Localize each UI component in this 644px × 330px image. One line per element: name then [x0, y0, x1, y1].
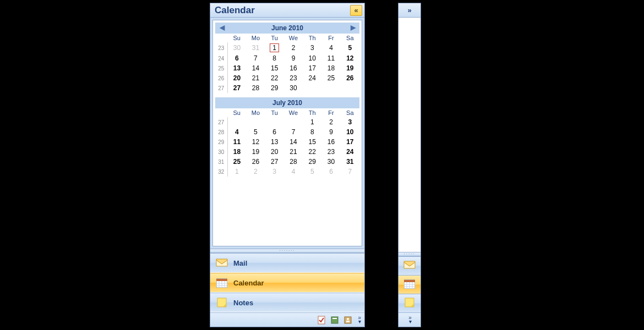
day-cell[interactable]: 16: [284, 63, 303, 73]
chevron-double-right-icon: »: [407, 6, 411, 14]
day-cell[interactable]: 5: [246, 127, 265, 137]
day-cell[interactable]: 3: [341, 117, 359, 127]
tasks-icon[interactable]: [317, 315, 327, 325]
day-cell[interactable]: 4: [321, 42, 340, 53]
day-cell[interactable]: 27: [265, 157, 284, 167]
mini-nav-item-mail[interactable]: [399, 256, 421, 275]
day-cell[interactable]: 7: [246, 53, 265, 63]
configure-buttons-icon-collapsed[interactable]: »▾: [407, 316, 412, 323]
nav-item-notes[interactable]: Notes: [210, 293, 364, 312]
day-cell[interactable]: 26: [341, 73, 359, 83]
day-cell[interactable]: 8: [265, 53, 284, 63]
day-cell[interactable]: 25: [227, 157, 246, 167]
day-cell[interactable]: 8: [303, 127, 321, 137]
calendar-icon: [216, 278, 228, 288]
day-cell[interactable]: 2: [246, 167, 265, 177]
chevron-double-left-icon: «: [354, 6, 358, 14]
day-cell[interactable]: 17: [303, 63, 321, 73]
day-cell[interactable]: 13: [265, 137, 284, 147]
day-cell[interactable]: 19: [341, 63, 359, 73]
day-header: Fr: [321, 108, 340, 117]
day-cell: [341, 83, 359, 93]
day-cell[interactable]: 30: [284, 83, 303, 93]
day-cell[interactable]: 15: [265, 63, 284, 73]
day-cell[interactable]: 14: [284, 137, 303, 147]
day-cell[interactable]: 1: [227, 167, 246, 177]
journal-icon[interactable]: [330, 315, 340, 325]
day-cell[interactable]: 9: [284, 53, 303, 63]
day-cell[interactable]: 24: [303, 73, 321, 83]
day-cell[interactable]: 19: [246, 147, 265, 157]
day-cell[interactable]: 21: [284, 147, 303, 157]
day-cell[interactable]: 25: [321, 73, 340, 83]
day-cell[interactable]: 6: [227, 53, 246, 63]
day-cell[interactable]: 2: [321, 117, 340, 127]
day-cell[interactable]: 20: [265, 147, 284, 157]
day-cell[interactable]: 24: [341, 147, 359, 157]
day-cell[interactable]: 22: [303, 147, 321, 157]
configure-buttons-icon[interactable]: »▾: [357, 316, 361, 323]
day-cell[interactable]: 29: [303, 157, 321, 167]
day-cell[interactable]: 12: [341, 53, 359, 63]
day-cell[interactable]: 18: [227, 147, 246, 157]
contacts-icon[interactable]: [343, 315, 353, 325]
svg-rect-13: [346, 321, 350, 322]
day-cell[interactable]: 17: [341, 137, 359, 147]
day-cell[interactable]: 22: [265, 73, 284, 83]
day-cell[interactable]: 23: [321, 147, 340, 157]
day-cell[interactable]: 31: [246, 42, 265, 53]
day-header: Tu: [265, 108, 284, 117]
day-cell[interactable]: 9: [321, 127, 340, 137]
day-cell[interactable]: 30: [321, 157, 340, 167]
mini-nav-item-notes[interactable]: [399, 294, 421, 312]
day-cell[interactable]: 6: [265, 127, 284, 137]
day-cell[interactable]: 3: [303, 42, 321, 53]
expand-button[interactable]: »: [399, 3, 421, 18]
day-cell[interactable]: 13: [227, 63, 246, 73]
day-cell[interactable]: 3: [265, 167, 284, 177]
day-cell[interactable]: 29: [265, 83, 284, 93]
day-cell[interactable]: 7: [341, 167, 359, 177]
day-cell[interactable]: 31: [341, 157, 359, 167]
day-cell[interactable]: 20: [227, 73, 246, 83]
notes-icon: [405, 298, 414, 309]
day-cell[interactable]: 4: [284, 167, 303, 177]
day-cell[interactable]: 7: [284, 127, 303, 137]
prev-month-button[interactable]: ◀: [217, 24, 226, 31]
day-cell[interactable]: 23: [284, 73, 303, 83]
day-cell[interactable]: 6: [321, 167, 340, 177]
week-number: 23: [215, 42, 227, 53]
splitter-handle-collapsed[interactable]: ·····: [399, 252, 421, 256]
day-cell[interactable]: 26: [246, 157, 265, 167]
day-cell[interactable]: 16: [321, 137, 340, 147]
day-cell[interactable]: 28: [246, 83, 265, 93]
day-cell[interactable]: 11: [321, 53, 340, 63]
splitter-handle[interactable]: ·······: [210, 249, 364, 253]
next-month-button[interactable]: ▶: [348, 24, 357, 31]
day-cell[interactable]: 5: [341, 42, 359, 53]
day-cell[interactable]: 21: [246, 73, 265, 83]
svg-rect-1: [216, 279, 227, 281]
mini-nav-item-calendar[interactable]: [399, 275, 421, 294]
day-cell[interactable]: 27: [227, 83, 246, 93]
day-cell: [284, 117, 303, 127]
day-cell[interactable]: 1: [303, 117, 321, 127]
day-cell[interactable]: 4: [227, 127, 246, 137]
day-cell[interactable]: 18: [321, 63, 340, 73]
collapse-button[interactable]: «: [350, 5, 362, 16]
nav-item-calendar[interactable]: Calendar: [210, 273, 364, 293]
day-header: Su: [227, 108, 246, 117]
day-cell[interactable]: 5: [303, 167, 321, 177]
day-cell[interactable]: 2: [284, 42, 303, 53]
day-cell[interactable]: 12: [246, 137, 265, 147]
day-cell[interactable]: 10: [303, 53, 321, 63]
day-cell[interactable]: 10: [341, 127, 359, 137]
day-cell[interactable]: 15: [303, 137, 321, 147]
day-cell[interactable]: 30: [227, 42, 246, 53]
day-cell[interactable]: 1: [265, 42, 284, 53]
nav-item-mail[interactable]: Mail: [210, 253, 364, 273]
notes-icon: [216, 298, 228, 307]
day-cell[interactable]: 11: [227, 137, 246, 147]
day-cell[interactable]: 14: [246, 63, 265, 73]
day-cell[interactable]: 28: [284, 157, 303, 167]
